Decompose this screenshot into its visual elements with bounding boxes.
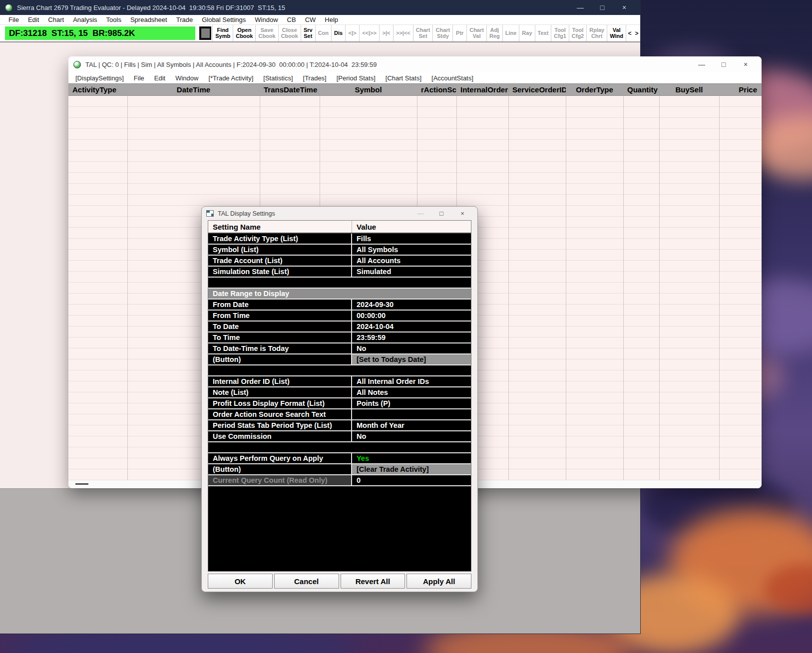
main-menu-trade[interactable]: Trade	[172, 16, 197, 23]
setting-value-to-date[interactable]: 2024-10-04	[352, 322, 471, 331]
column-header-serviceorderid[interactable]: ServiceOrderID	[508, 85, 566, 94]
toolbar-tool-config-2[interactable]: ToolCfg2	[569, 25, 586, 41]
toolbar-chart-values[interactable]: ChartVal	[466, 25, 486, 41]
setting-value-to-time[interactable]: 23:59:59	[352, 332, 471, 342]
tal-menu-chart-stats[interactable]: [Chart Stats]	[381, 74, 426, 82]
toolbar-server-settings[interactable]: SrvSet	[301, 25, 315, 41]
tal-menu-trades[interactable]: [Trades]	[298, 74, 332, 82]
main-menu-tools[interactable]: Tools	[102, 16, 126, 23]
sierra-app-icon	[5, 4, 12, 11]
tal-menu-trade-activity[interactable]: [*Trade Activity]	[203, 74, 258, 82]
main-menu-window[interactable]: Window	[250, 16, 282, 23]
maximize-icon[interactable]: □	[431, 208, 452, 220]
minimize-icon: —	[410, 208, 431, 220]
cancel-button[interactable]: Cancel	[274, 574, 339, 589]
main-menu-spreadsheet[interactable]: Spreadsheet	[126, 16, 172, 23]
tal-menu-displaysettings[interactable]: [DisplaySettings]	[70, 74, 129, 82]
main-menu-edit[interactable]: Edit	[23, 16, 43, 23]
maximize-icon[interactable]: □	[591, 0, 613, 15]
toolbar-replay-step-2[interactable]: <<|>>	[359, 25, 379, 41]
close-icon[interactable]: ×	[735, 57, 757, 72]
toolbar-find-symbol[interactable]: FindSymb	[212, 25, 233, 41]
toolbar-disconnect[interactable]: Dis	[331, 25, 345, 41]
setting-value-simulation-state-list[interactable]: Simulated	[352, 267, 471, 277]
column-header-quantity[interactable]: Quantity	[623, 85, 659, 94]
setting-name-button-set-to-todays-date: (Button)	[208, 354, 352, 364]
toolbar-replay-step-4[interactable]: >>|<<	[393, 25, 413, 41]
column-header-symbol[interactable]: Symbol	[320, 85, 417, 94]
revert-all-button[interactable]: Revert All	[341, 574, 406, 589]
setting-value-period-stats-tab-period-type-list[interactable]: Month of Year	[352, 420, 471, 430]
toolbar-line-tool[interactable]: Line	[502, 25, 519, 41]
setting-value-profit-loss-display-format-list[interactable]: Points (P)	[352, 398, 471, 408]
setting-value-order-action-source-search-text[interactable]	[352, 409, 471, 419]
column-header-transdatetime[interactable]: TransDateTime	[260, 85, 320, 94]
toolbar-text-tool[interactable]: Text	[535, 25, 551, 41]
setting-value-use-commission[interactable]: No	[352, 431, 471, 441]
toolbar-connect[interactable]: Con	[315, 25, 331, 41]
toolbar-close-chartbook[interactable]: CloseCbook	[278, 25, 301, 41]
column-header-buysell[interactable]: BuySell	[659, 85, 719, 94]
toolbar-replay-step-3[interactable]: >|<	[379, 25, 393, 41]
spacer-row	[208, 278, 471, 289]
setting-value-note-list[interactable]: All Notes	[352, 387, 471, 397]
main-menu-cb[interactable]: CB	[283, 16, 301, 23]
tal-menu-file[interactable]: File	[129, 74, 149, 82]
main-menu-analysis[interactable]: Analysis	[68, 16, 101, 23]
toolbar-save-chartbook[interactable]: SaveCbook	[255, 25, 278, 41]
main-menu-help[interactable]: Help	[320, 16, 343, 23]
main-menu-global-settings[interactable]: Global Settings	[197, 16, 250, 23]
tal-menu-window[interactable]: Window	[170, 74, 203, 82]
tal-menu-period-stats[interactable]: [Period Stats]	[332, 74, 381, 82]
setting-value-always-perform-query-on-apply[interactable]: Yes	[352, 453, 471, 463]
setting-value-trade-activity-type-list[interactable]: Fills	[352, 234, 471, 244]
minimize-icon[interactable]: —	[691, 57, 713, 72]
tal-menu-accountstats[interactable]: [AccountStats]	[426, 74, 478, 82]
column-header-price[interactable]: Price	[719, 85, 761, 94]
toolbar-scroll-left[interactable]: <	[626, 25, 633, 41]
close-icon[interactable]: ×	[452, 208, 473, 220]
toolbar-pointer[interactable]: Ptr	[452, 25, 466, 41]
dialog-titlebar: TAL Display Settings — □ ×	[202, 207, 477, 220]
close-icon[interactable]: ×	[613, 0, 635, 15]
column-header-internalorderid[interactable]: InternalOrderID	[456, 85, 508, 94]
ok-button[interactable]: OK	[208, 574, 273, 589]
setting-value-to-date-time-is-today[interactable]: No	[352, 343, 471, 353]
apply-all-button[interactable]: Apply All	[406, 574, 471, 589]
toolbar-adjust-region[interactable]: AdjReg	[486, 25, 502, 41]
setting-value-symbol-list[interactable]: All Symbols	[352, 245, 471, 255]
maximize-icon[interactable]: □	[713, 57, 735, 72]
toolbar-replay-chart[interactable]: RplayChrt	[586, 25, 607, 41]
toolbar-open-chartbook[interactable]: OpenCbook	[233, 25, 255, 41]
toolbar-chart-studies[interactable]: ChartStdy	[432, 25, 452, 41]
setting-value-trade-account-list[interactable]: All Accounts	[352, 256, 471, 266]
minimize-icon[interactable]: —	[569, 0, 591, 15]
main-menu-chart[interactable]: Chart	[43, 16, 68, 23]
column-header-ordertype[interactable]: OrderType	[566, 85, 623, 94]
setting-value-from-time[interactable]: 00:00:00	[352, 311, 471, 321]
toolbar-values-window[interactable]: ValWind	[607, 25, 626, 41]
toolbar-tool-config-1[interactable]: ToolCfg1	[551, 25, 568, 41]
toolbar-chart-settings[interactable]: ChartSet	[413, 25, 433, 41]
tal-menu-statistics[interactable]: [Statistics]	[258, 74, 298, 82]
setting-value-button-clear-trade-activity[interactable]: [Clear Trade Activity]	[352, 464, 471, 474]
color-swatch-button[interactable]	[199, 26, 211, 40]
tal-table-header: ActivityTypeDateTimeTransDateTimeSymbolr…	[68, 83, 762, 96]
toolbar-scroll-right[interactable]: >	[633, 25, 640, 41]
tal-window-title: TAL | QC: 0 | Fills | Sim | All Symbols …	[85, 61, 377, 68]
setting-name-note-list: Note (List)	[208, 387, 352, 397]
toolbar-ray-tool[interactable]: Ray	[519, 25, 534, 41]
setting-value-internal-order-id-list[interactable]: All Internal Order IDs	[352, 376, 471, 386]
setting-value-button-set-to-todays-date[interactable]: [Set to Todays Date]	[352, 354, 471, 364]
column-header-datetime[interactable]: DateTime	[127, 85, 260, 94]
toolbar-replay-step-1[interactable]: <|>	[345, 25, 359, 41]
setting-value-from-date[interactable]: 2024-09-30	[352, 300, 471, 310]
grid-column-divider	[659, 96, 660, 480]
setting-name-to-time: To Time	[208, 332, 352, 342]
column-header-ractionsc[interactable]: rActionSc	[417, 85, 456, 94]
main-menu-cw[interactable]: CW	[301, 16, 321, 23]
main-menu-file[interactable]: File	[4, 16, 23, 23]
horizontal-scrollbar-thumb[interactable]	[75, 483, 88, 485]
tal-menu-edit[interactable]: Edit	[149, 74, 170, 82]
column-header-activitytype[interactable]: ActivityType	[68, 85, 127, 94]
